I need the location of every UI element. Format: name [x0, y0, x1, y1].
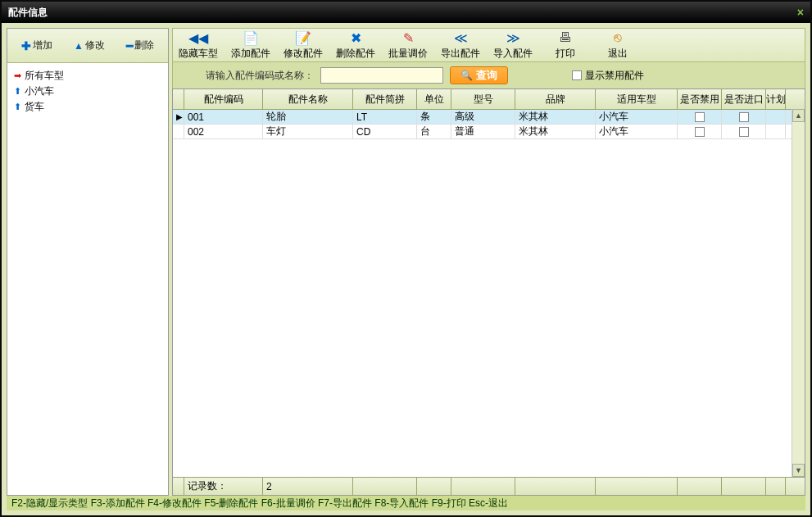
hide-type-button[interactable]: ◀◀隐藏车型 [178, 29, 219, 61]
cell: 米其林 [515, 125, 596, 138]
arrow-up-blue-icon: ⬆ [14, 102, 21, 112]
import-part-button[interactable]: ≫导入配件 [492, 29, 533, 61]
left-panel: ✚ 增加 ▲ 修改 ━ 删除 ➡所有车型⬆小汽车⬆货车 [7, 28, 169, 496]
delete-part-icon: ✖ [347, 29, 364, 46]
toolbar-label: 导入配件 [493, 47, 533, 61]
cell: 普通 [451, 125, 515, 138]
main-window: 配件信息 × ✚ 增加 ▲ 修改 ━ 删除 [0, 0, 812, 517]
checkbox-cell[interactable] [722, 110, 766, 124]
grid-body: ▶001轮胎LT条高级米其林小汽车002车灯CD台普通米其林小汽车 [173, 110, 805, 477]
add-part-icon: 📄 [243, 29, 259, 46]
cell: CD [353, 125, 417, 138]
toolbar-label: 批量调价 [388, 47, 428, 61]
checkbox-cell[interactable] [722, 125, 766, 138]
search-input[interactable] [320, 67, 443, 84]
batch-adjust-button[interactable]: ✎批量调价 [388, 29, 429, 61]
col-import[interactable]: 是否进口 [722, 89, 766, 109]
exit-icon: ⎋ [610, 29, 626, 46]
cell: 条 [417, 110, 451, 124]
tree-item-label: 小汽车 [25, 84, 54, 98]
title-bar: 配件信息 × [2, 2, 810, 23]
row-indicator [173, 125, 184, 138]
window-title: 配件信息 [8, 6, 48, 20]
tree-item-0[interactable]: ➡所有车型 [14, 68, 161, 84]
grid-header: 配件编码 配件名称 配件简拼 单位 型号 品牌 适用车型 是否禁用 是否进口 计… [173, 89, 805, 110]
plus-icon: ✚ [21, 39, 31, 52]
checkbox-icon [572, 70, 582, 80]
add-part-button[interactable]: 📄添加配件 [230, 29, 271, 61]
cell: 小汽车 [596, 110, 678, 124]
table-row[interactable]: 002车灯CD台普通米其林小汽车 [173, 125, 805, 139]
checkbox-cell[interactable] [678, 110, 722, 124]
checkbox-cell[interactable] [678, 125, 722, 138]
tree-item-1[interactable]: ⬆小汽车 [14, 84, 161, 99]
search-icon: 🔍 [460, 70, 473, 81]
cell: 台 [417, 125, 451, 138]
record-count-label: 记录数： [184, 478, 263, 495]
toolbar-label: 退出 [608, 47, 628, 61]
hide-type-icon: ◀◀ [190, 29, 206, 46]
query-button[interactable]: 🔍 查询 [450, 66, 508, 84]
left-toolbar: ✚ 增加 ▲ 修改 ━ 删除 [7, 29, 168, 63]
triangle-up-icon: ▲ [74, 40, 84, 52]
batch-adjust-icon: ✎ [400, 29, 416, 46]
category-tree: ➡所有车型⬆小汽车⬆货车 [7, 63, 168, 495]
grid-footer: 记录数： 2 [173, 477, 805, 495]
record-count-value: 2 [263, 478, 353, 495]
cell: 小汽车 [596, 125, 678, 138]
add-category-button[interactable]: ✚ 增加 [21, 39, 52, 52]
checkbox-icon [695, 127, 705, 137]
checkbox-icon [695, 112, 705, 122]
col-model[interactable]: 型号 [451, 89, 515, 109]
col-unit[interactable]: 单位 [417, 89, 451, 109]
cell: 米其林 [515, 110, 596, 124]
tree-item-2[interactable]: ⬆货车 [14, 99, 161, 115]
col-code[interactable]: 配件编码 [184, 89, 263, 109]
show-disabled-checkbox[interactable]: 显示禁用配件 [572, 69, 644, 83]
cell: 轮胎 [263, 110, 353, 124]
delete-part-button[interactable]: ✖删除配件 [335, 29, 376, 61]
toolbar-label: 导出配件 [441, 47, 480, 61]
vertical-scrollbar[interactable]: ▲ ▼ [792, 109, 805, 477]
cell: 001 [184, 110, 263, 124]
cell: 高级 [451, 110, 515, 124]
data-grid: 配件编码 配件名称 配件简拼 单位 型号 品牌 适用车型 是否禁用 是否进口 计… [172, 88, 805, 496]
edit-part-icon: 📝 [295, 29, 311, 46]
scroll-down-icon[interactable]: ▼ [792, 464, 805, 477]
export-part-button[interactable]: ≪导出配件 [440, 29, 481, 61]
tree-item-label: 货车 [25, 100, 44, 114]
edit-part-button[interactable]: 📝修改配件 [283, 29, 324, 61]
col-car[interactable]: 适用车型 [596, 89, 678, 109]
print-icon: 🖶 [557, 29, 574, 46]
col-extra[interactable]: 计划 [766, 89, 786, 109]
toolbar-label: 添加配件 [231, 47, 270, 61]
delete-category-button[interactable]: ━ 删除 [126, 39, 154, 52]
close-icon[interactable]: × [797, 6, 804, 19]
status-bar: F2-隐藏/显示类型 F3-添加配件 F4-修改配件 F5-删除配件 F6-批量… [7, 496, 805, 510]
col-name[interactable]: 配件名称 [263, 89, 353, 109]
toolbar-label: 修改配件 [284, 47, 323, 61]
col-py[interactable]: 配件简拼 [353, 89, 417, 109]
cell: 车灯 [263, 125, 353, 138]
col-disable[interactable]: 是否禁用 [678, 89, 722, 109]
edit-category-button[interactable]: ▲ 修改 [74, 39, 105, 52]
checkbox-icon [739, 112, 749, 122]
table-row[interactable]: ▶001轮胎LT条高级米其林小汽车 [173, 110, 805, 125]
cell: 002 [184, 125, 263, 138]
checkbox-icon [739, 127, 749, 137]
cell: LT [353, 110, 417, 124]
search-bar: 请输入配件编码或名称： 🔍 查询 显示禁用配件 [172, 62, 805, 88]
exit-button[interactable]: ⎋退出 [597, 29, 638, 61]
export-part-icon: ≪ [452, 29, 469, 46]
toolbar-label: 打印 [556, 47, 575, 61]
scroll-up-icon[interactable]: ▲ [792, 109, 805, 122]
arrow-up-blue-icon: ⬆ [14, 86, 21, 97]
toolbar-label: 删除配件 [336, 47, 375, 61]
toolbar-label: 隐藏车型 [179, 47, 218, 61]
row-indicator: ▶ [173, 110, 184, 124]
col-brand[interactable]: 品牌 [515, 89, 596, 109]
right-panel: ◀◀隐藏车型📄添加配件📝修改配件✖删除配件✎批量调价≪导出配件≫导入配件🖶打印⎋… [172, 28, 805, 496]
minus-icon: ━ [126, 39, 133, 52]
print-button[interactable]: 🖶打印 [545, 29, 586, 61]
arrow-right-red-icon: ➡ [14, 70, 21, 81]
